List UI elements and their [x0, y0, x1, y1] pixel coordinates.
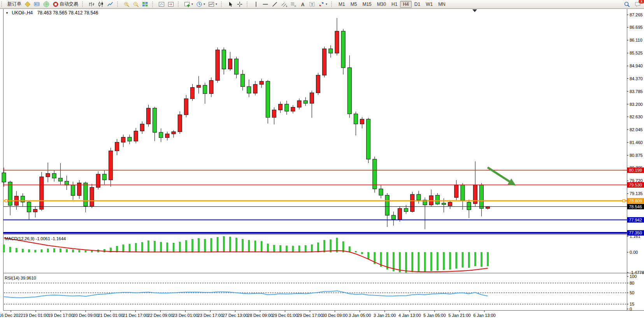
- toolbar-group: [225, 0, 246, 8]
- zoom-in-button[interactable]: [122, 0, 131, 8]
- indicators-icon: [184, 1, 190, 7]
- svg-text:23 Dec 01:00: 23 Dec 01:00: [173, 313, 198, 318]
- timeframe-m5-button[interactable]: M5: [348, 1, 360, 8]
- timeframe-m15-button[interactable]: M15: [360, 1, 374, 8]
- vertical-line-icon: [253, 1, 259, 7]
- arrows-icon: [318, 1, 325, 7]
- chart-title: ▼ UKOil-,H4 78.463 78.565 78.412 78.546: [5, 10, 98, 16]
- chart-window: ▼ UKOil-,H4 78.463 78.565 78.412 78.546 …: [0, 9, 644, 320]
- svg-text:86.110: 86.110: [630, 38, 642, 42]
- horizontal-line-icon: [262, 1, 268, 7]
- zoom-out-button[interactable]: [131, 0, 140, 8]
- svg-text:28 Dec 09:00: 28 Dec 09:00: [247, 313, 273, 318]
- search-button[interactable]: [622, 0, 632, 8]
- svg-text:79.135: 79.135: [630, 191, 643, 196]
- caret-down-icon[interactable]: ▾: [191, 2, 193, 6]
- line-chart-icon: [107, 1, 113, 7]
- svg-text:19 Dec 17:00: 19 Dec 17:00: [48, 313, 73, 318]
- timeframe-mn-button[interactable]: MN: [435, 1, 448, 8]
- svg-text:20 Dec 09:00: 20 Dec 09:00: [73, 313, 98, 318]
- text-button[interactable]: A: [298, 0, 307, 8]
- chart-ohlc-values: 78.463 78.565 78.412 78.546: [37, 10, 98, 16]
- svg-text:A: A: [301, 2, 305, 7]
- main-toolbar: 新订单自动交易▾▾▾EFAT▾M1M5M15M30H1H4D1W1MN 1: [0, 0, 644, 9]
- svg-text:83.785: 83.785: [630, 89, 643, 94]
- chart-canvas[interactable]: 87.26586.69586.11085.52584.94084.37083.7…: [0, 9, 644, 320]
- trendline-button[interactable]: [270, 0, 279, 8]
- timeframe-m15-label: M15: [362, 2, 371, 7]
- timeframe-m1-label: M1: [339, 2, 345, 7]
- svg-text:0.00: 0.00: [630, 250, 638, 255]
- svg-text:82.045: 82.045: [630, 127, 643, 132]
- timeframe-m1-button[interactable]: M1: [336, 1, 348, 8]
- chart-symbol-period: UKOil-,H4: [12, 10, 33, 16]
- toolbar-separator: [221, 2, 223, 7]
- svg-text:3 Jan 21:00: 3 Jan 21:00: [374, 313, 396, 318]
- chart-shift-button[interactable]: [166, 0, 175, 8]
- svg-text:15: 15: [630, 302, 634, 306]
- timeframe-d1-button[interactable]: D1: [412, 1, 423, 8]
- periods-button[interactable]: ▾: [195, 0, 207, 8]
- svg-text:84.940: 84.940: [630, 63, 643, 68]
- vertical-line-button[interactable]: [251, 0, 261, 8]
- equidistant-channel-button[interactable]: E: [279, 0, 289, 8]
- toolbar-group: EFAT▾: [250, 0, 330, 8]
- auto-arrange-icon: [158, 1, 165, 7]
- svg-text:50: 50: [630, 290, 634, 295]
- svg-text:E: E: [286, 5, 287, 7]
- caret-down-icon[interactable]: ▾: [216, 2, 217, 6]
- data-window-button[interactable]: [32, 0, 42, 8]
- auto-arrange-button[interactable]: [157, 0, 166, 8]
- equidistant-channel-icon: E: [281, 1, 287, 7]
- rsi-indicator-label: RSI(14) 39.9610: [5, 276, 36, 280]
- data-window-icon: [34, 1, 40, 7]
- templates-button[interactable]: ▾: [207, 0, 219, 8]
- horizontal-line-button[interactable]: [261, 0, 270, 8]
- toolbar-separator: [178, 2, 180, 7]
- market-watch-button[interactable]: [23, 0, 32, 8]
- caret-down-icon[interactable]: ▾: [326, 2, 327, 6]
- svg-text:85.525: 85.525: [630, 51, 643, 55]
- text-label-button[interactable]: T: [307, 0, 317, 8]
- candlestick-chart-button[interactable]: [96, 0, 105, 8]
- toolbar-separator: [117, 2, 119, 7]
- indicators-button[interactable]: ▾: [182, 0, 195, 8]
- svg-text:T: T: [311, 2, 313, 6]
- svg-text:87.265: 87.265: [630, 12, 643, 17]
- fibonacci-button[interactable]: F: [289, 0, 298, 8]
- price-badge-77.942: 77.942: [629, 218, 642, 222]
- cursor-button[interactable]: [226, 0, 235, 8]
- svg-text:84.370: 84.370: [630, 76, 643, 81]
- timeframe-m30-button[interactable]: M30: [374, 1, 389, 8]
- search-icon: [624, 1, 630, 7]
- timeframe-h1-label: H1: [391, 2, 397, 7]
- price-badge-78.546: 78.546: [629, 204, 642, 209]
- crosshair-button[interactable]: [235, 0, 244, 8]
- line-chart-button[interactable]: [105, 0, 115, 8]
- svg-text:29 Dec 17:00: 29 Dec 17:00: [297, 313, 323, 318]
- crosshair-icon: [237, 1, 243, 7]
- timeframe-h4-button[interactable]: H4: [400, 1, 411, 8]
- new-order-button[interactable]: 新订单: [6, 0, 23, 8]
- timeframe-h1-button[interactable]: H1: [389, 1, 400, 8]
- expand-arrow-icon[interactable]: ▼: [5, 11, 9, 15]
- templates-icon: [208, 1, 214, 7]
- tile-windows-button[interactable]: [140, 0, 150, 8]
- toolbar-group: ▾▾▾: [181, 0, 220, 8]
- navigator-button[interactable]: [42, 0, 51, 8]
- timeframe-w1-label: W1: [426, 2, 433, 7]
- svg-text:80: 80: [630, 281, 634, 285]
- price-badge-77.350: 77.350: [629, 230, 642, 235]
- autotrading-button[interactable]: 自动交易: [51, 0, 80, 8]
- svg-text:5 Jan 05:00: 5 Jan 05:00: [423, 313, 446, 318]
- toolbar-separator: [247, 2, 249, 7]
- bar-chart-icon: [88, 1, 95, 7]
- arrows-button[interactable]: ▾: [317, 0, 329, 8]
- svg-text:5 Jan 21:00: 5 Jan 21:00: [448, 313, 471, 318]
- timeframe-m5-label: M5: [351, 2, 357, 7]
- bar-chart-button[interactable]: [87, 0, 96, 8]
- toolbar-separator: [82, 2, 84, 7]
- caret-down-icon[interactable]: ▾: [204, 2, 205, 6]
- timeframe-w1-button[interactable]: W1: [423, 1, 435, 8]
- autotrading-label: 自动交易: [60, 1, 78, 7]
